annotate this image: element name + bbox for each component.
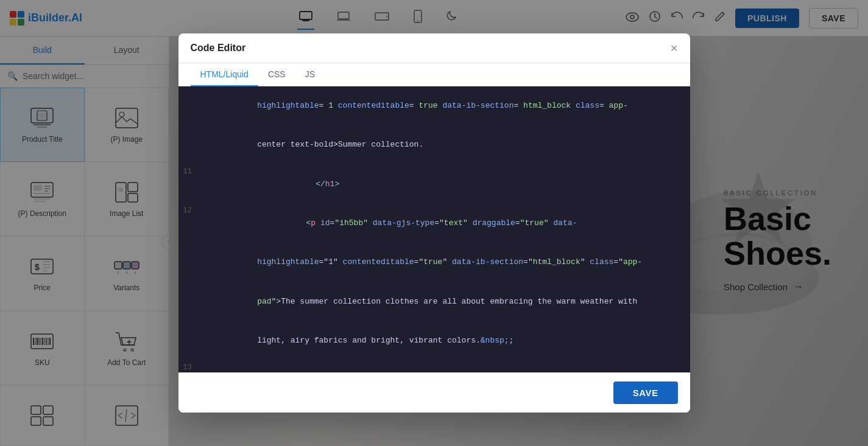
modal-body: highlightable= 1 contenteditable= true d… [178,86,690,372]
code-editor-area[interactable]: highlightable= 1 contenteditable= true d… [178,86,690,372]
code-editor-modal: Code Editor × HTML/Liquid CSS JS highlig… [178,33,690,413]
code-line-top-continuation: highlightable= 1 contenteditable= true d… [178,86,690,125]
modal-tabs: HTML/Liquid CSS JS [178,63,690,86]
code-line-12: 12 <p id="ih5bb" data-gjs-type="text" dr… [178,204,690,243]
modal-save-button[interactable]: SAVE [613,382,678,404]
code-line-12c: pad">The summer collection clothes are a… [178,282,690,321]
code-line-11: 11 </h1> [178,165,690,204]
modal-tab-css[interactable]: CSS [258,63,295,86]
code-line-12b: highlightable="1" contenteditable="true"… [178,243,690,282]
modal-overlay[interactable]: Code Editor × HTML/Liquid CSS JS highlig… [0,0,868,446]
modal-tab-js[interactable]: JS [295,63,325,86]
modal-tab-html[interactable]: HTML/Liquid [191,63,258,86]
modal-footer: SAVE [178,372,690,413]
code-line-12d: light, airy fabrics and bright, vibrant … [178,321,690,360]
modal-close-button[interactable]: × [671,42,678,54]
code-line-top-continuation2: center text-bold>Summer collection. [178,125,690,164]
modal-title: Code Editor [191,43,246,54]
modal-header: Code Editor × [178,33,690,63]
code-line-13: 13 </p> [178,361,690,372]
